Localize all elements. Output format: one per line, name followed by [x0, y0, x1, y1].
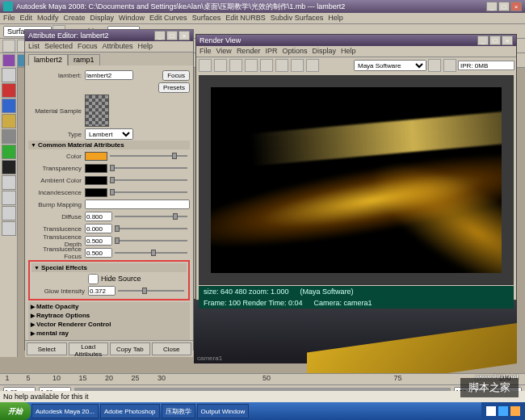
render-tool-icon[interactable]	[428, 59, 441, 72]
attr-menu-attributes[interactable]: Attributes	[103, 42, 133, 51]
layout-icon[interactable]	[2, 175, 16, 190]
type-select[interactable]: Lambert	[85, 128, 133, 140]
select-button[interactable]: Select	[27, 342, 67, 355]
toolbar-btn[interactable]	[2, 40, 15, 52]
rotate-tool-icon[interactable]	[2, 114, 16, 128]
color-slider[interactable]	[110, 152, 187, 160]
focus-button[interactable]: Focus	[162, 70, 190, 81]
diffuse-slider[interactable]	[115, 212, 187, 220]
menu-edit[interactable]: Edit	[20, 14, 33, 23]
last-tool-icon[interactable]	[2, 160, 16, 174]
color-swatch[interactable]	[85, 152, 107, 161]
attr-menu-help[interactable]: Help	[138, 42, 153, 51]
scale-tool-icon[interactable]	[2, 129, 16, 144]
close-button[interactable]: ×	[510, 2, 522, 11]
glow-field[interactable]	[88, 286, 116, 296]
section-special[interactable]: Special Effects	[32, 263, 187, 272]
attr-max-button[interactable]: □	[166, 31, 178, 40]
hide-source-checkbox[interactable]	[88, 274, 99, 284]
task-item[interactable]: Autodesk Maya 20...	[32, 404, 99, 418]
viewport[interactable]: camera1	[194, 299, 517, 363]
transld-field[interactable]	[85, 236, 112, 246]
tab-ramp1[interactable]: ramp1	[68, 54, 100, 65]
task-item[interactable]: Adobe Photoshop	[100, 404, 160, 418]
incand-slider[interactable]	[110, 188, 187, 196]
transl-slider[interactable]	[115, 225, 187, 233]
transl-field[interactable]	[85, 224, 112, 233]
incand-swatch[interactable]	[85, 188, 107, 197]
select-tool-icon[interactable]	[2, 68, 16, 82]
menu-file[interactable]: File	[3, 14, 15, 23]
attr-menu-selected[interactable]: Selected	[44, 42, 73, 51]
section-vector[interactable]: Vector Renderer Control	[28, 320, 190, 329]
presets-button[interactable]: Presets	[158, 82, 190, 93]
render-menu-ipr[interactable]: IPR	[265, 47, 277, 56]
material-name-field[interactable]	[85, 70, 133, 80]
manip-tool-icon[interactable]	[2, 145, 16, 159]
attr-close-button[interactable]: ×	[178, 31, 190, 40]
render-body[interactable]	[199, 75, 514, 285]
menu-editcurves[interactable]: Edit Curves	[149, 14, 187, 23]
system-tray[interactable]	[481, 402, 525, 420]
menu-window[interactable]: Window	[119, 14, 145, 23]
section-common[interactable]: Common Material Attributes	[28, 141, 190, 149]
start-button[interactable]: 开始	[0, 402, 31, 420]
menu-editnurbs[interactable]: Edit NURBS	[225, 14, 266, 23]
menu-create[interactable]: Create	[64, 14, 86, 23]
render-tool-icon[interactable]	[245, 59, 258, 72]
translf-field[interactable]	[85, 248, 112, 258]
render-tool-icon[interactable]	[229, 59, 242, 72]
transparency-slider[interactable]	[110, 164, 187, 172]
attr-titlebar[interactable]: Attribute Editor: lambert2 _□×	[25, 30, 193, 41]
menu-display[interactable]: Display	[90, 14, 115, 23]
layout-icon[interactable]	[2, 221, 16, 236]
render-menu-render[interactable]: Render	[237, 47, 261, 56]
render-titlebar[interactable]: Render View _□×	[196, 35, 516, 46]
attr-menu-list[interactable]: List	[28, 42, 40, 51]
attr-min-button[interactable]: _	[154, 31, 166, 40]
task-item[interactable]: 压期教学	[162, 404, 195, 418]
render-tool-icon[interactable]	[199, 59, 212, 72]
task-item[interactable]: Output Window	[197, 404, 250, 418]
ambient-slider[interactable]	[110, 176, 187, 184]
render-min-button[interactable]: _	[477, 36, 489, 45]
bump-field[interactable]	[85, 200, 190, 209]
render-max-button[interactable]: □	[489, 36, 501, 45]
minimize-button[interactable]: _	[486, 2, 498, 11]
render-tool-icon[interactable]	[306, 59, 319, 72]
section-mental[interactable]: mental ray	[28, 329, 190, 338]
shelf-btn[interactable]	[2, 54, 15, 67]
attr-menu-focus[interactable]: Focus	[78, 42, 98, 51]
menu-help[interactable]: Help	[328, 14, 343, 23]
render-tool-icon[interactable]	[275, 59, 288, 72]
ambient-swatch[interactable]	[85, 176, 107, 185]
maximize-button[interactable]: □	[498, 2, 510, 11]
menu-modify[interactable]: Modify	[37, 14, 59, 23]
render-menu-file[interactable]: File	[200, 47, 212, 56]
render-tool-icon[interactable]	[214, 59, 227, 72]
transld-slider[interactable]	[115, 237, 187, 245]
render-tool-icon[interactable]	[291, 59, 304, 72]
render-menu-view[interactable]: View	[216, 47, 232, 56]
render-close-button[interactable]: ×	[502, 36, 513, 45]
glow-slider[interactable]	[118, 287, 184, 295]
section-raytrace[interactable]: Raytrace Options	[28, 311, 190, 320]
time-ruler[interactable]: 1 5 10 15 20 25 30 50 75 100	[0, 374, 525, 385]
diffuse-field[interactable]	[85, 212, 112, 221]
close-attr-button[interactable]: Close	[152, 342, 192, 355]
layout-icon[interactable]	[2, 191, 16, 205]
menu-subdiv[interactable]: Subdiv Surfaces	[271, 14, 324, 23]
translf-slider[interactable]	[115, 249, 187, 257]
section-matte[interactable]: Matte Opacity	[28, 302, 190, 311]
move-tool-icon[interactable]	[2, 99, 16, 113]
render-tool-icon[interactable]	[260, 59, 273, 72]
render-menu-options[interactable]: Options	[282, 47, 307, 56]
render-tool-icon[interactable]	[443, 59, 456, 72]
layout-icon[interactable]	[2, 206, 16, 220]
transparency-swatch[interactable]	[85, 164, 107, 173]
copy-button[interactable]: Copy Tab	[110, 342, 150, 355]
render-menu-display[interactable]: Display	[312, 47, 336, 56]
tab-lambert2[interactable]: lambert2	[28, 54, 68, 65]
render-menu-help[interactable]: Help	[341, 47, 356, 56]
menu-surfaces[interactable]: Surfaces	[192, 14, 221, 23]
